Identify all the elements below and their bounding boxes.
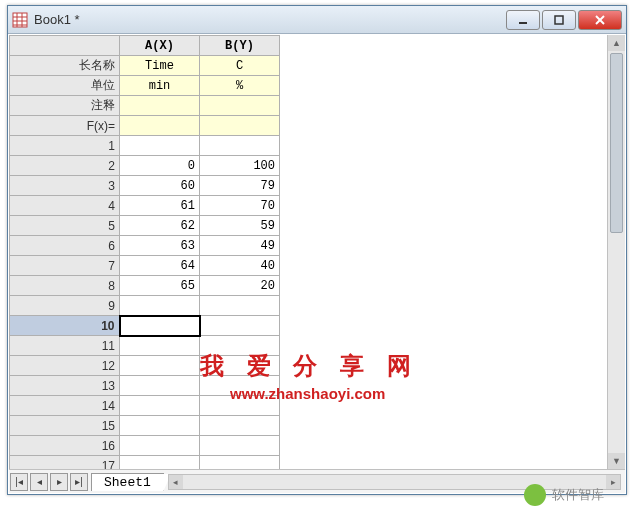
meta-cell-b[interactable]: % [200,76,280,96]
data-cell-b[interactable]: 70 [200,196,280,216]
meta-row-header[interactable]: F(x)= [10,116,120,136]
client-area: A(X)B(Y)长名称TimeC单位min%注释F(x)=12010036079… [9,35,625,493]
row-header[interactable]: 13 [10,376,120,396]
vertical-scrollbar[interactable]: ▲ ▼ [607,35,625,469]
meta-cell-a[interactable] [120,96,200,116]
data-cell-b[interactable]: 40 [200,256,280,276]
data-cell-b[interactable] [200,416,280,436]
data-cell-a[interactable] [120,356,200,376]
row-header[interactable]: 16 [10,436,120,456]
maximize-button[interactable] [542,10,576,30]
data-cell-a[interactable] [120,396,200,416]
last-sheet-button[interactable]: ▸| [70,473,88,491]
data-cell-b[interactable] [200,396,280,416]
sheet-tab[interactable]: Sheet1 [91,473,164,491]
col-header-a[interactable]: A(X) [120,36,200,56]
data-cell-b[interactable] [200,456,280,470]
row-header[interactable]: 6 [10,236,120,256]
meta-row-header[interactable]: 注释 [10,96,120,116]
data-cell-a[interactable] [120,336,200,356]
data-cell-a[interactable] [120,456,200,470]
data-cell-a[interactable]: 0 [120,156,200,176]
meta-cell-a[interactable] [120,116,200,136]
scroll-right-arrow-icon[interactable]: ▸ [606,475,620,489]
data-cell-a[interactable] [120,136,200,156]
brand-logo: 软件智库 [524,484,604,506]
row-header[interactable]: 1 [10,136,120,156]
prev-sheet-button[interactable]: ◂ [30,473,48,491]
row-header[interactable]: 14 [10,396,120,416]
data-cell-b[interactable] [200,436,280,456]
data-cell-a[interactable] [120,376,200,396]
row-header[interactable]: 5 [10,216,120,236]
scroll-thumb[interactable] [610,53,623,233]
window-buttons [506,10,622,30]
row-header[interactable]: 3 [10,176,120,196]
meta-row-header[interactable]: 单位 [10,76,120,96]
window-title: Book1 * [34,12,506,27]
scroll-down-arrow-icon[interactable]: ▼ [608,453,625,469]
row-header[interactable]: 15 [10,416,120,436]
meta-cell-b[interactable]: C [200,56,280,76]
row-header[interactable]: 4 [10,196,120,216]
data-cell-a[interactable]: 60 [120,176,200,196]
row-header[interactable]: 7 [10,256,120,276]
data-cell-b[interactable]: 20 [200,276,280,296]
data-cell-b[interactable] [200,356,280,376]
data-cell-a[interactable]: 62 [120,216,200,236]
data-cell-b[interactable]: 79 [200,176,280,196]
brand-icon [524,484,546,506]
col-header-b[interactable]: B(Y) [200,36,280,56]
row-header[interactable]: 12 [10,356,120,376]
row-header[interactable]: 10 [10,316,120,336]
meta-cell-a[interactable]: Time [120,56,200,76]
data-cell-b[interactable] [200,336,280,356]
meta-cell-b[interactable] [200,96,280,116]
brand-text: 软件智库 [552,486,604,504]
titlebar[interactable]: Book1 * [8,6,626,34]
first-sheet-button[interactable]: |◂ [10,473,28,491]
data-cell-b[interactable] [200,376,280,396]
close-button[interactable] [578,10,622,30]
data-cell-a[interactable]: 65 [120,276,200,296]
minimize-button[interactable] [506,10,540,30]
data-cell-a[interactable] [120,416,200,436]
data-cell-a[interactable]: 64 [120,256,200,276]
meta-row-header[interactable]: 长名称 [10,56,120,76]
meta-cell-a[interactable]: min [120,76,200,96]
data-cell-b[interactable] [200,316,280,336]
data-cell-b[interactable]: 59 [200,216,280,236]
data-cell-a[interactable] [120,436,200,456]
sheet-tab-label: Sheet1 [104,475,151,490]
data-cell-a[interactable] [120,296,200,316]
scroll-up-arrow-icon[interactable]: ▲ [608,35,625,51]
data-cell-a[interactable] [120,316,200,336]
workbook-window: Book1 * A(X)B(Y)长名称TimeC单位min%注释F(x)=120… [7,5,627,495]
data-cell-a[interactable]: 61 [120,196,200,216]
data-cell-a[interactable]: 63 [120,236,200,256]
corner-cell[interactable] [10,36,120,56]
data-cell-b[interactable] [200,136,280,156]
next-sheet-button[interactable]: ▸ [50,473,68,491]
data-cell-b[interactable]: 49 [200,236,280,256]
scroll-left-arrow-icon[interactable]: ◂ [169,475,183,489]
svg-rect-7 [555,16,563,24]
data-cell-b[interactable] [200,296,280,316]
row-header[interactable]: 11 [10,336,120,356]
workbook-icon [12,12,28,28]
row-header[interactable]: 9 [10,296,120,316]
row-header[interactable]: 17 [10,456,120,470]
row-header[interactable]: 2 [10,156,120,176]
row-header[interactable]: 8 [10,276,120,296]
data-cell-b[interactable]: 100 [200,156,280,176]
worksheet-grid[interactable]: A(X)B(Y)长名称TimeC单位min%注释F(x)=12010036079… [9,35,605,469]
meta-cell-b[interactable] [200,116,280,136]
